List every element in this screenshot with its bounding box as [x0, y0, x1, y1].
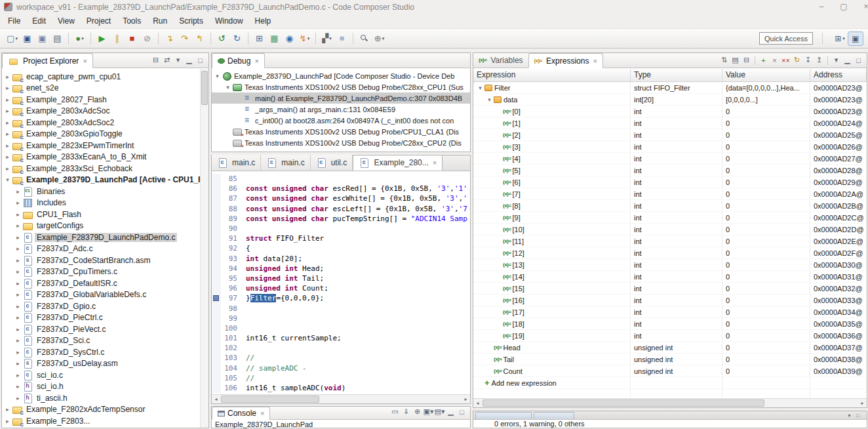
project-tree-item[interactable]: ▸enet_s2e: [2, 83, 200, 94]
collapse-arrow-icon[interactable]: ▾: [476, 85, 484, 91]
code-text[interactable]: const unsigned char escLeft[] = {0x1B, 0…: [246, 205, 467, 213]
expand-arrow-icon[interactable]: ▸: [14, 395, 22, 401]
code-line[interactable]: 88const unsigned char escLeft[] = {0x1B,…: [212, 204, 470, 214]
expand-arrow-icon[interactable]: ▸: [14, 199, 22, 206]
project-tree-item[interactable]: ▸ecap_capture_pwm_cpu01: [2, 71, 200, 83]
terminate-icon[interactable]: ■: [125, 31, 139, 46]
breakpoint-margin[interactable]: [212, 194, 221, 203]
expand-arrow-icon[interactable]: ▸: [14, 188, 22, 195]
project-tree-item[interactable]: ▸Example_2803xAdcSoc: [2, 106, 200, 117]
breakpoint-margin[interactable]: [212, 283, 221, 293]
project-tree-item[interactable]: ▸Example_2833xEcanA_to_B_Xmit: [2, 152, 200, 163]
debug-tree-item[interactable]: ▾Texas Instruments XDS100v2 USB Debug Pr…: [212, 81, 470, 92]
code-line[interactable]: 100: [212, 323, 470, 333]
expand-arrow-icon[interactable]: ▸: [14, 257, 22, 264]
project-tree-item[interactable]: ▸Example_28027_Flash: [2, 94, 200, 106]
view-menu-icon[interactable]: ▾: [845, 413, 854, 419]
breakpoint-margin[interactable]: [212, 363, 221, 373]
code-line[interactable]: 103//: [212, 353, 470, 363]
expand-arrow-icon[interactable]: ▸: [3, 119, 12, 126]
project-tree[interactable]: ▸ecap_capture_pwm_cpu01▸enet_s2e▸Example…: [2, 69, 200, 428]
console-output[interactable]: Example_28379D_LaunchPad: [212, 420, 470, 429]
expression-row[interactable]: (x)=[6]int00x0000AD29@: [473, 176, 867, 188]
tab-console[interactable]: Console ×: [212, 407, 270, 420]
breakpoint-margin[interactable]: [212, 264, 221, 274]
layout-icon[interactable]: ▤: [730, 56, 741, 64]
breakpoint-margin[interactable]: [212, 234, 221, 243]
project-tree-item[interactable]: ▸F2837xD_Gpio.c: [2, 300, 200, 312]
expression-row[interactable]: (x)=[12]int00x0000AD2F@: [473, 247, 867, 259]
collapse-all-icon[interactable]: ⊟: [150, 56, 161, 64]
breakpoint-margin[interactable]: [212, 373, 221, 383]
expression-row[interactable]: (x)=Tailunsigned int00x0000AD38@: [473, 354, 867, 365]
project-tree-item[interactable]: ▸F2837xD_PieCtrl.c: [2, 312, 200, 324]
project-tree-item[interactable]: ▸Example_2803xAdcSoc2: [2, 117, 200, 129]
breakpoint-margin[interactable]: [212, 383, 221, 393]
code-text[interactable]: const unsigned char escWhite[] = {0x1B, …: [246, 194, 467, 203]
debug-tree-item[interactable]: Texas Instruments XDS100v2 USB Debug Pro…: [212, 137, 470, 148]
expand-arrow-icon[interactable]: ▸: [14, 280, 22, 287]
project-tree-item[interactable]: ▸F2837xD_DefaultISR.c: [2, 277, 200, 289]
code-text[interactable]: {: [246, 244, 250, 253]
minimize-icon[interactable]: ▁: [184, 56, 195, 64]
annotation-icon[interactable]: ⊕▾: [372, 31, 386, 46]
code-text[interactable]: const unsigned char pucTempString[] = "A…: [246, 214, 467, 223]
collapse-arrow-icon[interactable]: ▾: [3, 176, 12, 183]
code-line[interactable]: 89const unsigned char pucTempString[] = …: [212, 214, 470, 224]
expand-arrow-icon[interactable]: ▸: [14, 383, 22, 390]
step-into-icon[interactable]: ↴: [163, 31, 176, 46]
expression-row[interactable]: (x)=[8]int00x0000AD2B@: [473, 200, 867, 212]
expression-row[interactable]: (x)=[2]int00x0000AD25@: [473, 129, 867, 141]
code-text[interactable]: unsigned int Count;: [246, 284, 328, 293]
code-text[interactable]: const unsigned char escRed[] = {0x1B, 0x…: [246, 184, 467, 193]
breakpoint-margin[interactable]: [212, 353, 221, 363]
code-line[interactable]: 91struct FIFO_Filter: [212, 234, 470, 243]
code-line[interactable]: 96unsigned int Count;: [212, 283, 470, 293]
code-text[interactable]: int16_t sampleADC(void): [246, 384, 345, 392]
expression-row[interactable]: (x)=[9]int00x0000AD2C@: [473, 212, 867, 224]
scroll-right-icon[interactable]: ▸: [462, 396, 470, 403]
resume-icon[interactable]: ▶: [95, 31, 109, 46]
project-tree-item[interactable]: ▸Binaries: [2, 186, 200, 197]
code-text[interactable]: unsigned int Head;: [246, 264, 324, 273]
expand-arrow-icon[interactable]: ▸: [14, 222, 22, 229]
editor-tab-2[interactable]: util.c: [311, 155, 353, 171]
editor-tab-0[interactable]: main.c: [212, 155, 261, 171]
registers-icon[interactable]: ⊞: [252, 31, 266, 46]
breakpoint-margin[interactable]: [212, 333, 221, 343]
expression-row[interactable]: (x)=Countunsigned int00x0000AD39@: [473, 365, 867, 377]
collapse-all-icon[interactable]: ⊟: [741, 56, 752, 64]
maximize-icon[interactable]: □: [195, 56, 206, 64]
breakpoint-margin[interactable]: [212, 174, 221, 184]
debug-tree-item[interactable]: main() at Example_F28379D_LaunchPadDemo.…: [212, 92, 470, 104]
code-line[interactable]: 87const unsigned char escWhite[] = {0x1B…: [212, 194, 470, 203]
expressions-rows[interactable]: ▾Filterstruct FIFO_Filter{data=[0,0,0,0.…: [473, 82, 867, 398]
close-icon[interactable]: ×: [254, 57, 258, 65]
breakpoint-margin[interactable]: [212, 274, 221, 283]
code-text[interactable]: unsigned int Tail;: [246, 274, 324, 283]
project-tree-item[interactable]: ▸F2837xD_CodeStartBranch.asm: [2, 255, 200, 266]
breakpoint-margin[interactable]: [212, 224, 221, 234]
expand-arrow-icon[interactable]: ▸: [14, 337, 22, 344]
add-expression-icon[interactable]: +: [758, 56, 769, 64]
code-line[interactable]: 98: [212, 303, 470, 313]
close-icon[interactable]: ×: [433, 159, 437, 167]
expand-arrow-icon[interactable]: ▸: [14, 314, 22, 321]
search-icon[interactable]: [357, 31, 371, 46]
scroll-left-icon[interactable]: ◂: [473, 399, 482, 407]
code-line[interactable]: 93int data[20];: [212, 254, 470, 264]
minimize-button[interactable]: –: [810, 0, 833, 14]
expression-row[interactable]: (x)=[19]int00x0000AD36@: [473, 330, 867, 342]
expand-arrow-icon[interactable]: ▸: [3, 73, 12, 80]
view-menu-icon[interactable]: ▾: [831, 56, 842, 64]
expand-arrow-icon[interactable]: ▸: [14, 245, 22, 252]
restart-icon[interactable]: ↺: [215, 31, 229, 46]
project-tree-item[interactable]: ▾Example_28379D_LaunchPad [Active - CPU1…: [2, 174, 200, 186]
menu-edit[interactable]: Edit: [26, 14, 52, 28]
expand-arrow-icon[interactable]: ▸: [3, 85, 12, 91]
expression-row[interactable]: (x)=[14]int00x0000AD31@: [473, 271, 867, 283]
column-header-address[interactable]: Address: [810, 69, 867, 81]
breakpoint-margin[interactable]: [212, 254, 221, 264]
expression-row[interactable]: (x)=[4]int00x0000AD27@: [473, 153, 867, 165]
import-icon[interactable]: ↧: [802, 56, 814, 64]
